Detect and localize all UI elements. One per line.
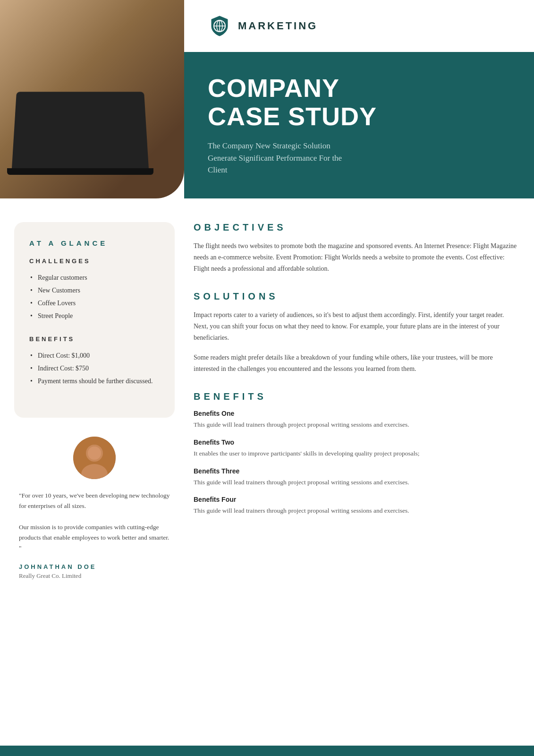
solutions-heading: SOLUTIONS <box>194 291 520 302</box>
solutions-para1: Impact reports cater to a variety of aud… <box>194 309 520 343</box>
person-company: Really Great Co. Limited <box>19 572 170 580</box>
left-column: AT A GLANCE CHALLENGES Regular customers… <box>14 222 175 600</box>
challenges-list: Regular customers New Customers Coffee L… <box>29 271 160 322</box>
list-item: New Customers <box>29 284 160 297</box>
list-item: Direct Cost: $1,000 <box>29 349 160 362</box>
main-content: AT A GLANCE CHALLENGES Regular customers… <box>0 198 534 624</box>
solutions-para2: Some readers might prefer details like a… <box>194 352 520 375</box>
at-a-glance-card: AT A GLANCE CHALLENGES Regular customers… <box>14 222 175 418</box>
list-item: Payment terms should be further discusse… <box>29 375 160 387</box>
testimonial-quote: "For over 10 years, we've been developin… <box>19 490 170 554</box>
person-name: JOHNATHAN DOE <box>19 563 170 570</box>
benefit-item-2: Benefits Two It enables the user to impr… <box>194 438 520 459</box>
benefit-title-2: Benefits Two <box>194 438 520 446</box>
bottom-bar <box>0 746 534 756</box>
hero-subtitle: The Company New Strategic Solution Gener… <box>208 140 359 176</box>
benefit-title-4: Benefits Four <box>194 496 520 503</box>
benefit-item-3: Benefits Three This guide will lead trai… <box>194 467 520 488</box>
objectives-heading: OBJECTIVES <box>194 222 520 233</box>
benefit-desc-3: This guide will lead trainers through pr… <box>194 477 520 488</box>
hero-title: COMPANYCASE STUDY <box>208 74 510 130</box>
brand-logo <box>208 14 231 38</box>
at-a-glance-heading: AT A GLANCE <box>29 239 160 247</box>
benefit-item-4: Benefits Four This guide will lead train… <box>194 496 520 516</box>
benefit-item-1: Benefits One This guide will lead traine… <box>194 410 520 430</box>
challenges-heading: CHALLENGES <box>29 258 160 265</box>
benefit-desc-2: It enables the user to improve participa… <box>194 448 520 459</box>
list-item: Indirect Cost: $750 <box>29 362 160 375</box>
brand-title: MARKETING <box>238 20 318 32</box>
avatar <box>73 437 116 479</box>
benefits-list-left: Direct Cost: $1,000 Indirect Cost: $750 … <box>29 349 160 387</box>
top-right: MARKETING COMPANYCASE STUDY The Company … <box>184 0 534 198</box>
benefits-heading: BENEFITS <box>194 391 520 402</box>
hero-text-block: COMPANYCASE STUDY The Company New Strate… <box>184 52 534 198</box>
benefit-desc-1: This guide will lead trainers through pr… <box>194 420 520 430</box>
list-item: Street People <box>29 309 160 322</box>
benefit-title-3: Benefits Three <box>194 467 520 475</box>
benefit-desc-4: This guide will lead trainers through pr… <box>194 506 520 516</box>
svg-point-7 <box>88 447 101 460</box>
right-column: OBJECTIVES The flight needs two websites… <box>194 222 520 600</box>
hero-photo <box>0 0 184 198</box>
list-item: Regular customers <box>29 271 160 284</box>
objectives-body: The flight needs two websites to promote… <box>194 241 520 274</box>
benefits-heading-left: BENEFITS <box>29 335 160 343</box>
top-section: MARKETING COMPANYCASE STUDY The Company … <box>0 0 534 198</box>
brand-bar: MARKETING <box>184 0 534 52</box>
benefit-title-1: Benefits One <box>194 410 520 417</box>
hero-image <box>0 0 184 198</box>
list-item: Coffee Lovers <box>29 297 160 309</box>
testimonial-section: "For over 10 years, we've been developin… <box>14 437 175 580</box>
